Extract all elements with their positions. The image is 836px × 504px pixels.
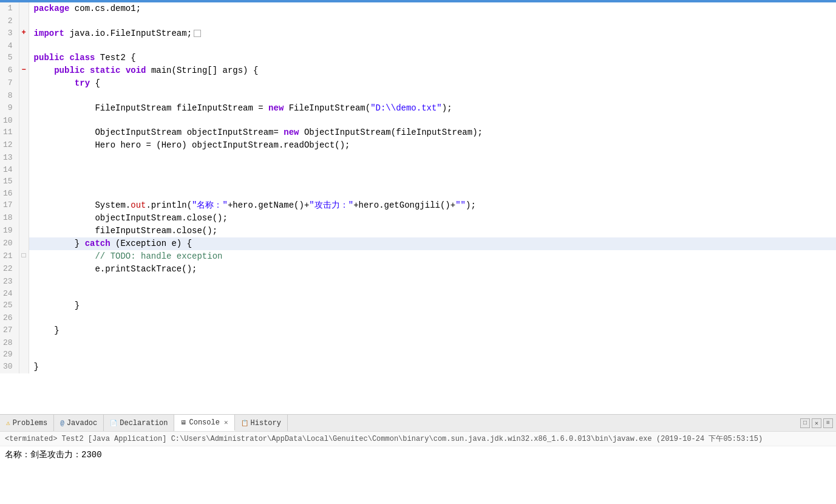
console-tab-label: Console	[189, 418, 219, 427]
table-row: 8	[0, 90, 836, 102]
line-code	[29, 337, 836, 349]
line-gutter	[19, 126, 29, 139]
tab-console[interactable]: 🖥Console✕	[174, 415, 234, 431]
line-gutter	[19, 90, 29, 102]
tab-control-btn-2[interactable]: ≡	[823, 418, 833, 428]
line-gutter	[19, 40, 29, 52]
table-row: 13	[0, 152, 836, 164]
table-row: 15	[0, 175, 836, 188]
table-row: 12 Hero hero = (Hero) objectInputStream.…	[0, 139, 836, 152]
line-code	[29, 115, 836, 127]
line-code: e.printStackTrace();	[29, 263, 836, 276]
table-row: 9 FileInputStream fileInputStream = new …	[0, 102, 836, 115]
table-row: 29	[0, 349, 836, 361]
table-row: 4	[0, 40, 836, 52]
line-gutter	[19, 2, 29, 15]
console-tab-close[interactable]: ✕	[224, 418, 228, 426]
line-number: 16	[0, 188, 19, 200]
line-code	[29, 90, 836, 102]
line-number: 21	[0, 250, 19, 263]
table-row: 6− public static void main(String[] args…	[0, 64, 836, 77]
tab-control-btn-1[interactable]: ✕	[812, 418, 821, 428]
tab-problems[interactable]: ⚠Problems	[0, 415, 54, 431]
tab-history[interactable]: 📋History	[235, 415, 288, 431]
line-gutter	[19, 312, 29, 324]
line-gutter	[19, 175, 29, 188]
line-gutter	[19, 115, 29, 127]
line-gutter	[19, 15, 29, 27]
line-code	[29, 40, 836, 52]
line-number: 18	[0, 212, 19, 225]
line-gutter	[19, 237, 29, 250]
line-gutter	[19, 349, 29, 361]
line-number: 9	[0, 102, 19, 115]
line-number: 1	[0, 2, 19, 15]
line-number: 6	[0, 64, 19, 77]
table-row: 30}	[0, 361, 836, 373]
table-row: 24	[0, 288, 836, 300]
console-tab-icon: 🖥	[180, 419, 186, 426]
tab-declaration[interactable]: 📄Declaration	[104, 415, 174, 431]
line-gutter[interactable]: □	[19, 250, 29, 263]
console-output: 名称：剑圣攻击力：2300	[0, 446, 836, 463]
console-terminated: <terminated> Test2 [Java Application] C:…	[0, 432, 836, 446]
code-content[interactable]: 1package com.cs.demo1;23+import java.io.…	[0, 2, 836, 414]
line-number: 12	[0, 139, 19, 152]
line-code: import java.io.FileInputStream;	[29, 27, 836, 40]
table-row: 18 objectInputStream.close();	[0, 212, 836, 225]
code-table: 1package com.cs.demo1;23+import java.io.…	[0, 2, 836, 373]
table-row: 25 }	[0, 299, 836, 312]
table-row: 16	[0, 188, 836, 200]
declaration-tab-label: Declaration	[120, 419, 168, 427]
line-gutter	[19, 288, 29, 300]
line-number: 4	[0, 40, 19, 52]
line-gutter	[19, 299, 29, 312]
table-row: 20 } catch (Exception e) {	[0, 237, 836, 250]
line-number: 5	[0, 52, 19, 64]
line-number: 15	[0, 175, 19, 188]
tab-javadoc[interactable]: @Javadoc	[54, 415, 104, 431]
line-code: objectInputStream.close();	[29, 212, 836, 225]
line-code	[29, 152, 836, 164]
table-row: 26	[0, 312, 836, 324]
table-row: 23	[0, 276, 836, 288]
line-gutter	[19, 276, 29, 288]
line-number: 8	[0, 90, 19, 102]
line-gutter	[19, 361, 29, 373]
table-row: 5public class Test2 {	[0, 52, 836, 64]
line-number: 26	[0, 312, 19, 324]
import-collapse-box[interactable]	[194, 30, 201, 37]
console-area: <terminated> Test2 [Java Application] C:…	[0, 431, 836, 504]
table-row: 10	[0, 115, 836, 127]
declaration-tab-icon: 📄	[110, 420, 117, 427]
table-row: 17 System.out.println("名称："+hero.getName…	[0, 199, 836, 212]
line-number: 27	[0, 324, 19, 337]
line-gutter	[19, 52, 29, 64]
line-code: System.out.println("名称："+hero.getName()+…	[29, 199, 836, 212]
table-row: 19 fileInputStream.close();	[0, 225, 836, 237]
table-row: 11 ObjectInputStream objectInputStream= …	[0, 126, 836, 139]
line-number: 24	[0, 288, 19, 300]
line-gutter	[19, 77, 29, 90]
line-gutter	[19, 324, 29, 337]
line-code	[29, 276, 836, 288]
line-number: 11	[0, 126, 19, 139]
line-number: 10	[0, 115, 19, 127]
line-gutter[interactable]: −	[19, 64, 29, 77]
bottom-tabs-bar: ⚠Problems@Javadoc📄Declaration🖥Console✕📋H…	[0, 414, 836, 431]
line-number: 2	[0, 15, 19, 27]
line-number: 19	[0, 225, 19, 237]
line-number: 30	[0, 361, 19, 373]
table-row: 3+import java.io.FileInputStream;	[0, 27, 836, 40]
line-number: 7	[0, 77, 19, 90]
line-gutter	[19, 337, 29, 349]
line-gutter	[19, 152, 29, 164]
line-gutter[interactable]: +	[19, 27, 29, 40]
line-number: 25	[0, 299, 19, 312]
line-number: 29	[0, 349, 19, 361]
line-code: }	[29, 361, 836, 373]
tab-control-btn-0[interactable]: □	[800, 418, 810, 428]
line-gutter	[19, 212, 29, 225]
line-number: 22	[0, 263, 19, 276]
javadoc-tab-icon: @	[60, 420, 64, 427]
